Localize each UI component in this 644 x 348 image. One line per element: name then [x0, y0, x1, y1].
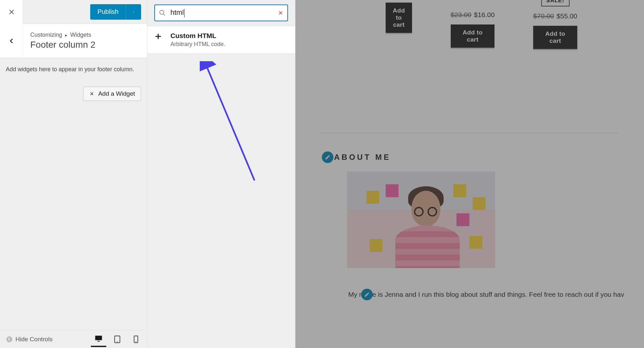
help-text: Add widgets here to appear in your foote… — [6, 65, 141, 74]
hide-controls-button[interactable]: Hide Controls — [3, 334, 55, 345]
about-text: My name is Jenna and I run this blog abo… — [348, 291, 624, 298]
edit-widget-button[interactable] — [322, 151, 333, 163]
device-toggle — [91, 332, 144, 347]
breadcrumb: Customizing ▸ Widgets Footer column 2 — [23, 32, 95, 50]
plus-icon — [154, 33, 162, 40]
device-desktop-button[interactable] — [91, 332, 106, 347]
about-image — [347, 171, 495, 268]
svg-point-2 — [117, 341, 118, 342]
section-divider — [321, 133, 618, 133]
widget-search-panel: html Custom HTML Arbitrary HTML code. — [147, 0, 295, 348]
site-preview: Add to cart SALE! $23.00$16.00 Add to ca… — [295, 0, 644, 348]
product-card: SALE! $23.00$16.00 Add to cart — [451, 0, 495, 48]
section-title: Footer column 2 — [30, 40, 95, 50]
chevron-left-circle-icon — [6, 336, 13, 343]
add-to-cart-button[interactable]: Add to cart — [386, 3, 412, 33]
breadcrumb-path: Customizing ▸ Widgets — [30, 32, 95, 38]
device-tablet-button[interactable] — [110, 332, 125, 347]
section-body: Add widgets here to appear in your foote… — [0, 58, 147, 330]
search-box[interactable]: html — [154, 5, 288, 21]
add-icon — [154, 33, 163, 42]
publish-label: Publish — [90, 8, 126, 15]
search-input[interactable]: html — [170, 8, 272, 17]
new-price: $55.00 — [557, 12, 577, 20]
close-customizer-button[interactable] — [0, 0, 23, 24]
publish-wrap: Publish — [23, 4, 147, 20]
breadcrumb-child: Widgets — [70, 32, 91, 38]
about-widget: ABOUT ME My name is Jenna and I run this… — [295, 153, 644, 298]
product-card: Add to cart — [386, 3, 412, 33]
result-title: Custom HTML — [170, 32, 225, 40]
close-icon — [89, 91, 94, 96]
sidebar-top-bar: Publish — [0, 0, 147, 24]
close-icon — [8, 8, 15, 16]
about-title: ABOUT ME — [334, 153, 644, 162]
about-text-widget: My name is Jenna and I run this blog abo… — [334, 291, 644, 298]
customizer-sidebar: Publish Customizing ▸ Widgets Footer col… — [0, 0, 147, 348]
add-to-cart-button[interactable]: Add to cart — [533, 26, 577, 49]
svg-point-4 — [136, 341, 136, 342]
publish-settings-button[interactable] — [126, 4, 141, 20]
desktop-icon — [94, 334, 103, 343]
clear-search-button[interactable] — [278, 10, 284, 16]
sale-badge: SALE! — [541, 0, 570, 6]
pencil-icon — [325, 154, 331, 160]
old-price: $70.00 — [533, 12, 554, 20]
sidebar-footer: Hide Controls — [0, 330, 147, 348]
add-widget-button[interactable]: Add a Widget — [83, 87, 141, 101]
result-desc: Arbitrary HTML code. — [170, 41, 225, 48]
tablet-icon — [113, 335, 122, 344]
breadcrumb-separator: ▸ — [65, 33, 67, 38]
back-button[interactable] — [0, 24, 23, 58]
device-mobile-button[interactable] — [128, 332, 144, 347]
edit-widget-button[interactable] — [361, 289, 373, 300]
add-widget-label: Add a Widget — [98, 90, 135, 97]
search-icon — [159, 9, 166, 16]
gear-icon — [133, 8, 134, 15]
product-price: $23.00$16.00 — [451, 11, 495, 19]
result-text: Custom HTML Arbitrary HTML code. — [170, 32, 225, 48]
publish-button[interactable]: Publish — [90, 4, 141, 20]
add-to-cart-button[interactable]: Add to cart — [451, 24, 495, 48]
product-card: SALE! $70.00$55.00 Add to cart — [533, 0, 577, 49]
breadcrumb-parent: Customizing — [30, 32, 62, 38]
widget-result-custom-html[interactable]: Custom HTML Arbitrary HTML code. — [147, 26, 295, 54]
product-row: Add to cart SALE! $23.00$16.00 Add to ca… — [295, 0, 644, 49]
mobile-icon — [131, 335, 140, 344]
hide-controls-label: Hide Controls — [15, 336, 53, 343]
svg-point-0 — [6, 336, 12, 342]
product-price: $70.00$55.00 — [533, 12, 577, 20]
old-price: $23.00 — [451, 11, 471, 18]
chevron-left-icon — [8, 37, 15, 44]
section-header: Customizing ▸ Widgets Footer column 2 — [0, 24, 147, 58]
new-price: $16.00 — [474, 11, 495, 18]
pencil-icon — [364, 292, 370, 297]
search-row: html — [147, 0, 295, 26]
